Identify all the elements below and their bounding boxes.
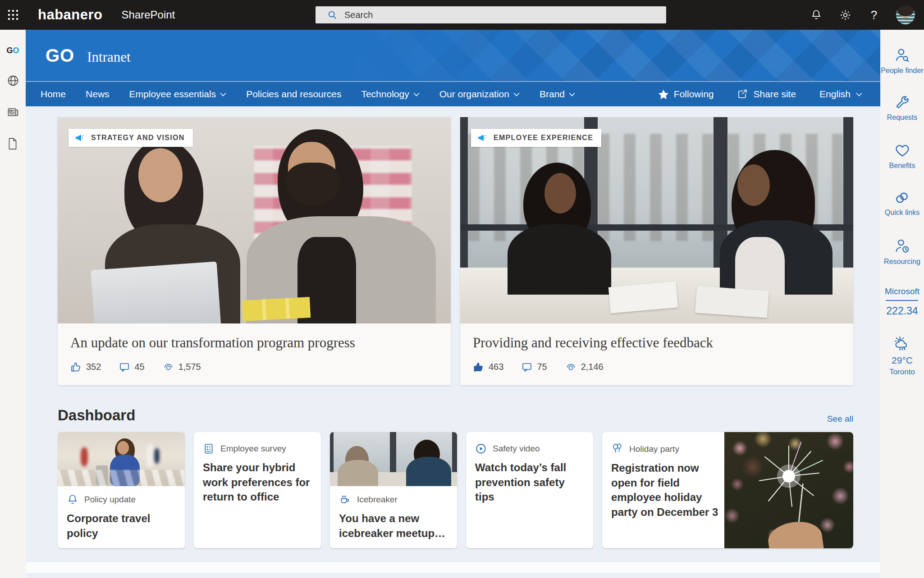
nav-item-brand[interactable]: Brand [540,89,575,100]
help-button[interactable]: ? [867,8,881,22]
dashboard-card-icebreaker[interactable]: Icebreaker You have a new icebreaker mee… [330,432,457,548]
views-indicator: 2,146 [565,362,604,373]
resourcing-link[interactable]: Resourcing [884,238,920,266]
card-label-row: Icebreaker [339,494,448,505]
main-area: GO Intranet Home News Employee essential… [26,30,880,578]
nav-item-home[interactable]: Home [41,89,66,100]
weather-city: Toronto [889,368,915,377]
app-launcher-waffle-icon[interactable] [0,0,26,30]
settings-gear-button[interactable] [838,8,852,22]
nav-item-news[interactable]: News [86,89,110,100]
chevron-down-icon [569,92,575,96]
card-title: You have a new icebreaker meetup… [339,511,448,541]
see-all-link[interactable]: See all [827,414,853,424]
links-icon [894,191,910,205]
search-input[interactable] [344,10,615,20]
page-content: STRATEGY AND VISION An update on our tra… [26,106,880,573]
views-indicator: 1,575 [163,362,201,373]
dashboard-card-policy-update[interactable]: Policy update Corporate travel policy [58,432,185,548]
following-button[interactable]: Following [659,89,714,100]
share-site-button[interactable]: Share site [737,89,796,100]
comment-icon [119,362,130,373]
site-identity[interactable]: GO Intranet [46,46,131,66]
site-title: Intranet [87,49,130,65]
megaphone-icon [75,133,86,143]
nav-item-technology[interactable]: Technology [361,89,419,100]
chevron-down-icon [513,92,520,96]
comment-button[interactable]: 45 [119,362,144,373]
like-count: 352 [86,362,101,372]
category-badge[interactable]: STRATEGY AND VISION [69,129,193,147]
news-stats: 463 75 2,146 [473,361,841,373]
search-bar[interactable] [316,6,666,23]
dashboard-card-holiday-party[interactable]: Holiday party Registration now open for … [602,432,853,548]
notifications-bell-button[interactable] [810,8,823,22]
benefits-link[interactable]: Benefits [889,143,915,170]
go-rail-logo[interactable]: GO [6,46,19,55]
news-photo-meeting: EMPLOYEE EXPERIENCE [460,117,853,323]
site-header-band: GO Intranet [26,30,880,81]
card-title: Registration now open for field employee… [611,461,720,520]
habanero-logo[interactable]: habanero [38,7,103,23]
news-title[interactable]: An update on our transformation program … [70,335,438,351]
news-nav-icon[interactable] [7,106,19,118]
play-video-icon [475,443,487,455]
language-selector[interactable]: English [819,89,862,100]
badge-label: STRATEGY AND VISION [91,134,185,142]
chevron-down-icon [856,92,862,96]
search-icon [327,10,337,20]
document-icon [7,137,18,150]
globe-nav-icon[interactable] [7,74,19,87]
card-title: Share your hybrid work preferences for r… [203,460,312,505]
card-label: Icebreaker [357,495,398,505]
people-finder-link[interactable]: People finder [881,47,923,75]
requests-link[interactable]: Requests [887,95,918,122]
sharepoint-label: SharePoint [122,9,175,21]
chevron-down-icon [413,92,420,96]
person-clock-icon [894,238,910,254]
site-navigation: Home News Employee essentials Policies a… [26,81,880,106]
card-photo-airport [58,432,185,486]
nav-item-employee-essentials[interactable]: Employee essentials [129,89,227,100]
like-button[interactable]: 352 [70,361,101,373]
dashboard-card-safety-video[interactable]: Safety video Watch today’s fall preventi… [466,432,593,548]
comment-count: 75 [537,362,547,372]
news-card-transformation[interactable]: STRATEGY AND VISION An update on our tra… [58,117,451,385]
share-icon [737,89,748,99]
site-logo: GO [46,46,74,66]
view-count: 2,146 [581,362,604,372]
news-card-body: An update on our transformation program … [58,323,451,373]
weather-widget: 29°C Toronto [889,336,915,377]
survey-icon [203,443,215,455]
card-title: Corporate travel policy [67,511,176,541]
badge-label: EMPLOYEE EXPERIENCE [494,134,593,142]
dashboard-card-employee-survey[interactable]: Employee survey Share your hybrid work p… [194,432,321,548]
quick-links-link[interactable]: Quick links [885,191,919,217]
thumbs-up-icon [70,361,82,373]
news-title[interactable]: Providing and receiving effective feedba… [473,335,841,351]
card-photo-sparkler [724,432,853,548]
next-section-strip [26,562,880,573]
hero-news-row: STRATEGY AND VISION An update on our tra… [58,117,853,385]
user-avatar[interactable] [896,5,915,24]
comment-button[interactable]: 75 [521,362,547,373]
news-stats: 352 45 1,575 [70,361,438,373]
help-icon: ? [871,8,877,22]
bell-icon [810,9,822,21]
wrench-icon [895,95,910,110]
like-count: 463 [489,362,503,372]
card-label: Policy update [84,495,136,505]
like-button[interactable]: 463 [473,361,503,373]
card-label-row: Policy update [67,494,176,505]
card-label: Employee survey [220,444,286,454]
documents-nav-icon[interactable] [7,137,19,150]
topbar-actions: ? [810,0,924,30]
left-app-rail: GO [0,30,26,578]
category-badge[interactable]: EMPLOYEE EXPERIENCE [471,129,601,147]
stock-divider [886,300,918,301]
news-card-feedback[interactable]: EMPLOYEE EXPERIENCE Providing and receiv… [460,117,853,385]
newspaper-icon [7,106,19,118]
nav-item-policies-resources[interactable]: Policies and resources [246,89,341,100]
people-finder-icon [894,47,910,63]
nav-item-our-organization[interactable]: Our organization [439,89,520,100]
